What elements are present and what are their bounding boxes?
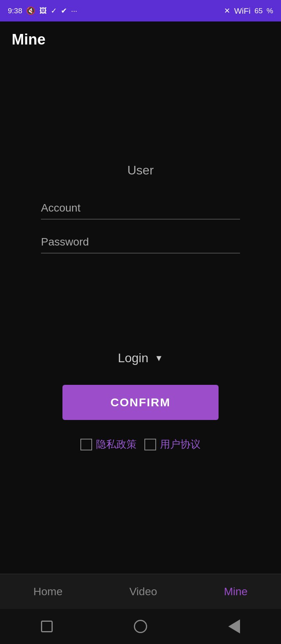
more-icon: ··· [71,7,77,15]
password-input[interactable] [41,231,240,253]
privacy-policy-label[interactable]: 隐私政策 [96,438,137,451]
privacy-policy-checkbox[interactable] [80,439,92,450]
user-agreement-checkbox[interactable] [144,439,156,450]
page-title: Mine [12,31,46,48]
nav-video[interactable]: Video [121,582,165,602]
login-label: Login [118,351,148,365]
user-agreement-label[interactable]: 用户协议 [160,438,201,451]
nav-square-button[interactable] [37,617,57,636]
account-input-group [41,197,240,219]
bottom-nav: Home Video Mine [0,574,281,609]
nav-back-button[interactable] [224,617,244,636]
chevron-down-icon: ▼ [155,353,163,363]
image-icon: 🖼 [39,7,47,15]
check-icon: ✓ [51,6,57,15]
circle-icon [134,620,147,633]
privacy-policy-item[interactable]: 隐私政策 [80,438,137,451]
main-content: User Login ▼ CONFIRM 隐私政策 用户协议 [0,54,281,463]
user-agreement-item[interactable]: 用户协议 [144,438,201,451]
battery-icon: 65 [254,7,263,15]
close-icon: ✕ [224,6,230,15]
account-input[interactable] [41,197,240,219]
app-header: Mine [0,21,281,54]
volume-icon: 🔇 [26,6,36,15]
status-bar-right: ✕ WiFi 65 % [224,6,273,16]
wifi-icon: WiFi [234,6,251,16]
user-label: User [127,163,154,178]
agreement-row: 隐私政策 用户协议 [80,438,201,451]
password-input-group [41,231,240,253]
battery-percent: % [267,7,273,15]
square-icon [41,621,53,632]
status-bar: 9:38 🔇 🖼 ✓ ✔ ··· ✕ WiFi 65 % [0,0,281,21]
nav-home-button[interactable] [131,617,150,636]
nav-home[interactable]: Home [26,582,71,602]
confirm-button[interactable]: CONFIRM [62,385,219,420]
time-display: 9:38 [8,7,22,15]
login-dropdown-wrapper[interactable]: Login ▼ [118,351,163,365]
system-nav [0,609,281,644]
verified-icon: ✔ [61,6,67,15]
back-icon [228,619,240,633]
nav-mine[interactable]: Mine [216,582,256,602]
status-bar-left: 9:38 🔇 🖼 ✓ ✔ ··· [8,6,77,15]
